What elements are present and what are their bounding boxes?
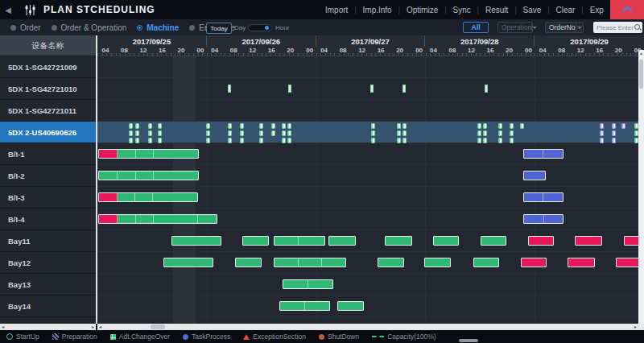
task-block[interactable] [158,138,162,143]
task-block[interactable] [259,123,263,129]
task-block[interactable] [228,138,232,143]
radio-order-operation[interactable]: Order & Operation [52,23,127,32]
task-block[interactable] [371,130,375,136]
task-block[interactable] [240,130,244,136]
toggle-knob[interactable] [265,26,269,30]
device-row-5dx-1-sg42721009[interactable]: 5DX 1-SG42721009 [0,56,96,78]
panel-divider[interactable] [96,35,97,324]
task-block[interactable] [402,130,407,136]
device-row-5dx-2-us40690626[interactable]: 5DX 2-US40690626 [0,122,96,143]
task-bar[interactable] [279,301,330,311]
task-block[interactable] [206,123,210,129]
device-row-bay14[interactable]: Bay14 [0,295,96,317]
task-block[interactable] [600,130,604,136]
menu-import[interactable]: Import [325,6,348,14]
task-bar[interactable] [385,236,412,246]
task-block[interactable] [600,123,604,129]
task-tick[interactable] [288,85,291,93]
task-tick[interactable] [485,85,488,93]
task-bar[interactable] [521,258,547,267]
operation-select[interactable]: Operation [497,22,533,33]
radio-machine[interactable]: Machine [137,23,179,32]
device-row-b-i-4[interactable]: B/I-4 [0,209,96,230]
search-input[interactable] [593,24,634,31]
task-block[interactable] [259,138,263,143]
task-bar[interactable] [98,214,217,224]
task-block[interactable] [483,123,487,129]
device-row-bay13[interactable]: Bay13 [0,274,96,295]
task-block[interactable] [158,130,162,136]
task-block[interactable] [510,130,514,136]
task-block[interactable] [612,130,616,136]
device-row-b-i-2[interactable]: B/I-2 [0,165,96,187]
left-horizontal-scrollbar[interactable]: ◂ ▸ [0,324,96,330]
task-block[interactable] [510,138,514,143]
task-block[interactable] [206,138,210,143]
task-bar[interactable] [481,236,506,246]
menu-clear[interactable]: Clear [556,6,576,14]
vertical-scrollbar[interactable]: ▲ [638,50,644,324]
task-block[interactable] [148,138,152,143]
task-block[interactable] [259,130,263,136]
task-block[interactable] [287,138,291,143]
task-tick[interactable] [228,85,231,93]
menu-optimize[interactable]: Optimize [407,6,438,14]
task-bar[interactable] [473,258,499,267]
task-block[interactable] [158,123,162,129]
task-bar[interactable] [163,258,213,267]
horizontal-scroll-thumb[interactable] [151,324,165,329]
device-row-b-i-1[interactable]: B/I-1 [0,143,96,165]
task-block[interactable] [135,123,139,129]
scroll-up-arrow-icon[interactable]: ▲ [638,51,644,56]
task-block[interactable] [129,130,133,136]
task-block[interactable] [240,138,244,143]
task-block[interactable] [397,138,401,143]
task-block[interactable] [371,138,375,143]
task-block[interactable] [612,123,616,129]
task-block[interactable] [228,130,232,136]
all-button[interactable]: All [463,22,489,33]
task-bar[interactable] [98,149,199,159]
task-bar[interactable] [378,258,404,267]
task-block[interactable] [402,123,407,129]
task-block[interactable] [600,138,604,143]
task-block[interactable] [371,123,375,129]
scroll-left-arrow-icon[interactable]: ◂ [2,324,4,330]
radio-order[interactable]: Order [10,23,41,32]
task-bar[interactable] [328,236,356,246]
task-block[interactable] [271,130,275,136]
orderno-select[interactable]: OrderNo [545,22,584,33]
scroll-left-arrow-icon[interactable]: ◂ [99,324,101,330]
task-block[interactable] [477,123,481,129]
task-bar[interactable] [235,258,262,267]
orderno-select-arrow[interactable] [576,23,583,32]
task-block[interactable] [397,123,401,129]
chart-horizontal-scrollbar[interactable]: ◂ ▸ [97,324,644,330]
day-hour-toggle[interactable] [248,24,272,31]
task-bar[interactable] [523,192,564,202]
task-block[interactable] [129,123,133,129]
task-block[interactable] [148,130,152,136]
task-bar[interactable] [283,279,333,289]
task-block[interactable] [135,138,139,143]
task-bar[interactable] [523,214,564,224]
task-bar[interactable] [523,171,546,180]
task-bar[interactable] [433,236,459,246]
task-bar[interactable] [523,149,564,159]
device-row-bay12[interactable]: Bay12 [0,252,96,274]
task-tick[interactable] [402,85,406,93]
task-block[interactable] [282,130,286,136]
task-block[interactable] [271,123,275,129]
task-bar[interactable] [98,192,198,202]
task-bar[interactable] [98,171,199,180]
task-bar[interactable] [337,301,364,311]
scroll-right-arrow-icon[interactable]: ▸ [92,324,94,330]
task-bar[interactable] [274,258,346,267]
task-bar[interactable] [274,236,325,246]
operation-select-arrow[interactable] [531,23,537,32]
task-block[interactable] [135,130,139,136]
task-block[interactable] [520,123,524,129]
task-block[interactable] [282,138,286,143]
device-row-5dx-1-sg42721010[interactable]: 5DX 1-SG42721010 [0,78,96,100]
task-block[interactable] [612,138,616,143]
